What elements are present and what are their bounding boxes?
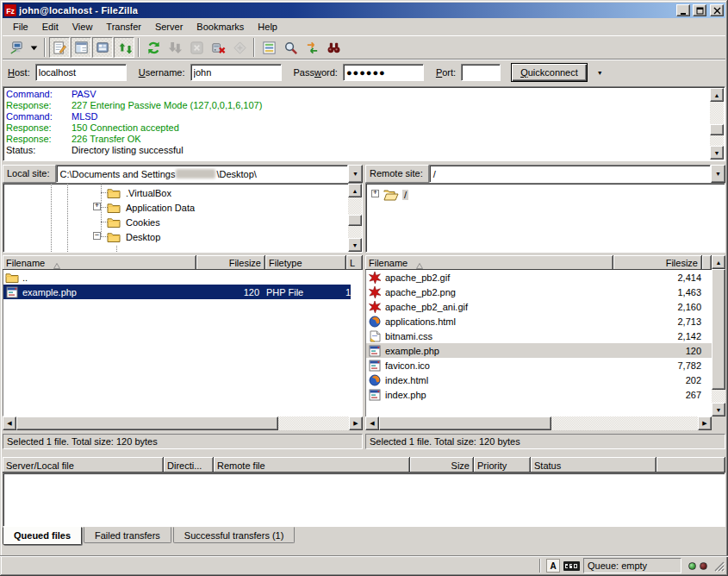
cancel-operation-button[interactable] (186, 37, 207, 58)
local-hscroll-left-button[interactable]: ◀ (3, 416, 16, 430)
file-row[interactable]: index.php267 (366, 387, 712, 402)
toggle-remote-tree-button[interactable] (92, 37, 113, 58)
activity-led-receive (688, 562, 696, 570)
remote-scroll-up-button[interactable]: ▲ (712, 255, 725, 269)
reconnect-button[interactable] (229, 37, 250, 58)
file-row[interactable]: applications.html2,713 (366, 314, 712, 329)
toggle-local-tree-button[interactable] (71, 37, 91, 58)
local-hscroll-thumb[interactable] (16, 416, 278, 430)
log-scroll-thumb[interactable] (710, 124, 724, 135)
file-row[interactable]: example.php120PHP File1 (3, 285, 351, 299)
file-row[interactable]: apache_pb2.gif2,414 (366, 270, 712, 285)
toggle-queue-button[interactable] (114, 37, 134, 58)
site-manager-button[interactable] (6, 37, 27, 58)
menu-item-edit[interactable]: Edit (35, 19, 65, 34)
speed-limits-icon[interactable] (563, 561, 580, 571)
process-queue-button[interactable] (165, 37, 185, 58)
column-header-filesize[interactable]: Filesize (196, 255, 265, 270)
local-tree-scroll-thumb[interactable] (348, 215, 362, 226)
remote-hscroll-thumb[interactable] (379, 416, 551, 430)
tree-item-root[interactable]: / (383, 187, 408, 202)
password-label: Password: (294, 67, 338, 78)
quickconnect-dropdown-button[interactable]: ▼ (593, 63, 607, 82)
column-header-filetype[interactable]: Filetype (265, 255, 346, 270)
tree-item--virtualbox[interactable]: .VirtualBox (107, 185, 173, 200)
local-hscroll-right-button[interactable]: ▶ (349, 416, 363, 430)
queue-column-directi-[interactable]: Directi... (164, 457, 214, 473)
directory-comparison-button[interactable] (280, 37, 301, 58)
filter-button[interactable] (258, 37, 279, 58)
file-row[interactable]: example.php120 (366, 343, 712, 358)
file-name: apache_pb2.png (385, 287, 625, 297)
local-site-path-combo[interactable]: C:\Documents and Settings\Desktop\ (56, 165, 348, 183)
menu-item-server[interactable]: Server (148, 19, 190, 34)
remote-list-hscrollbar: ◀ ▶ (365, 416, 712, 431)
host-input[interactable] (35, 64, 127, 81)
menu-item-file[interactable]: File (6, 19, 35, 34)
toggle-message-log-button[interactable] (49, 37, 70, 58)
minimize-button[interactable] (676, 4, 690, 16)
tree-item-desktop[interactable]: Desktop (107, 229, 162, 244)
remote-scroll-thumb[interactable] (712, 269, 725, 390)
remote-directory-tree[interactable]: +/ (365, 183, 725, 253)
folder-icon (107, 216, 121, 229)
queue-column-remote-file[interactable]: Remote file (214, 457, 410, 473)
tree-item-cookies[interactable]: Cookies (107, 215, 162, 229)
local-site-row: Local site: C:\Documents and Settings\De… (3, 165, 363, 183)
menu-item-view[interactable]: View (65, 19, 100, 34)
synchronized-browsing-button[interactable] (302, 37, 322, 58)
expand-plus-icon[interactable]: + (371, 190, 379, 197)
resize-grip[interactable] (712, 560, 725, 572)
collapse-minus-icon[interactable]: − (93, 232, 101, 240)
file-row[interactable]: index.html202 (366, 373, 712, 387)
queue-column-status[interactable]: Status (531, 457, 656, 473)
site-manager-dropdown-button[interactable] (28, 37, 40, 58)
log-scroll-up-button[interactable]: ▲ (710, 88, 724, 102)
file-row[interactable]: apache_pb2_ani.gif2,160 (366, 299, 712, 314)
local-site-dropdown-button[interactable]: ▼ (348, 165, 363, 183)
port-input[interactable] (461, 64, 501, 81)
file-row[interactable]: bitnami.css2,142 (366, 329, 712, 343)
transfer-type-indicator-icon[interactable]: A (546, 559, 560, 573)
log-line-text: PASV (72, 89, 96, 100)
column-header-filesize[interactable]: Filesize (613, 255, 702, 270)
tree-item-application-data[interactable]: Application Data (107, 200, 196, 215)
quickconnect-button[interactable]: Quickconnect (511, 63, 588, 82)
column-header-filename[interactable]: Filename (365, 255, 613, 270)
remote-site-dropdown-button[interactable]: ▼ (711, 165, 725, 183)
tab-queued-files[interactable]: Queued files (3, 527, 82, 545)
menu-item-help[interactable]: Help (251, 19, 284, 34)
file-size: 120 (194, 287, 259, 297)
column-header-l[interactable]: L (346, 255, 363, 270)
queue-column-size[interactable]: Size (410, 457, 474, 473)
expand-plus-icon[interactable]: + (93, 203, 101, 210)
status-bar: A Queue: empty (0, 555, 728, 576)
menu-item-bookmarks[interactable]: Bookmarks (190, 19, 251, 34)
remote-site-path-combo[interactable]: / (429, 165, 711, 183)
disconnect-button[interactable] (208, 37, 228, 58)
password-input[interactable] (343, 64, 424, 81)
maximize-button[interactable] (693, 4, 706, 16)
remote-hscroll-right-button[interactable]: ▶ (698, 416, 712, 430)
file-row[interactable]: apache_pb2.png1,463 (366, 285, 712, 299)
queue-column-server-local-file[interactable]: Server/Local file (3, 457, 164, 473)
file-row[interactable]: favicon.ico7,782 (366, 358, 712, 373)
menu-item-transfer[interactable]: Transfer (99, 19, 148, 34)
column-header-filename[interactable]: Filename (3, 255, 196, 270)
tree-item-label: Desktop (124, 232, 162, 242)
refresh-button[interactable] (143, 37, 164, 58)
queue-column-priority[interactable]: Priority (474, 457, 531, 473)
tab-failed-transfers[interactable]: Failed transfers (84, 527, 171, 543)
close-button[interactable] (710, 4, 724, 16)
find-files-button[interactable] (323, 37, 344, 58)
local-tree-scroll-up-button[interactable]: ▲ (348, 184, 362, 197)
title-bar[interactable]: Fz john@localhost - FileZilla (3, 3, 725, 18)
username-input[interactable] (190, 64, 282, 81)
remote-scroll-down-button[interactable]: ▼ (712, 403, 725, 416)
file-row[interactable]: .. (3, 270, 362, 285)
remote-hscroll-left-button[interactable]: ◀ (365, 416, 379, 430)
tab-successful-transfers-1-[interactable]: Successful transfers (1) (173, 527, 296, 543)
local-tree-scroll-down-button[interactable]: ▼ (348, 238, 362, 252)
log-scroll-down-button[interactable]: ▼ (710, 146, 724, 160)
local-directory-tree[interactable]: .VirtualBox+Application DataCookies−Desk… (3, 183, 363, 253)
